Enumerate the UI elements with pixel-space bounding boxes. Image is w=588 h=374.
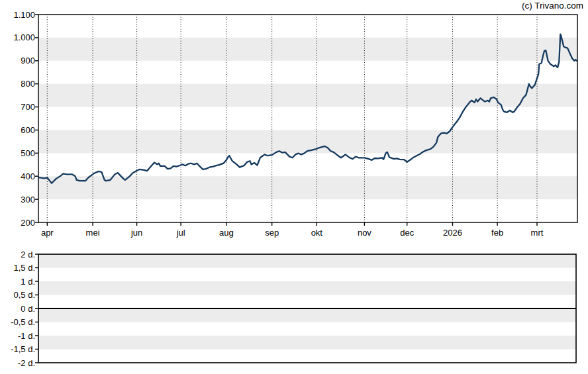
price-x-axis-label: mrt <box>531 228 544 238</box>
price-chart-stripe-band <box>38 84 577 107</box>
price-x-axis-label: apr <box>41 228 54 238</box>
dividend-y-axis-label: 1,5 d. <box>13 263 35 273</box>
price-y-axis-label: 700 <box>21 102 35 112</box>
price-y-axis-label: 900 <box>21 56 35 66</box>
price-x-axis-label: okt <box>311 228 323 238</box>
dividend-chart-stripe-band <box>38 336 576 350</box>
dividend-chart-stripe-band <box>38 254 576 268</box>
price-x-axis-label: jun <box>130 228 142 238</box>
dividend-chart-stripe-band <box>38 308 576 322</box>
price-y-axis-label: 300 <box>21 195 35 205</box>
dividend-y-axis-label: -2 d. <box>18 358 35 368</box>
price-y-axis-label: 500 <box>21 148 35 158</box>
price-x-axis-label: feb <box>491 228 503 238</box>
dividend-y-axis-label: 1 d. <box>21 277 35 287</box>
dividend-y-axis-label: -1,5 d. <box>11 344 35 354</box>
price-y-axis-label: 400 <box>21 171 35 181</box>
charts-canvas: 1.1001.000900800700600500400300200aprmei… <box>0 0 588 374</box>
price-y-axis-label: 1.000 <box>13 32 35 42</box>
price-chart-stripe-band <box>38 130 577 153</box>
price-y-axis-label: 600 <box>21 125 35 135</box>
price-y-axis-label: 800 <box>21 79 35 89</box>
price-x-axis-label: aug <box>219 228 234 238</box>
price-y-axis-label: 1.100 <box>13 10 35 20</box>
price-x-axis-label: sep <box>265 228 279 238</box>
price-chart-stripe-band <box>38 176 577 199</box>
price-y-axis-label: 200 <box>21 218 35 228</box>
price-x-axis-label: dec <box>400 228 414 238</box>
stock-chart-page: (c) Trivano.com 1.1001.00090080070060050… <box>0 0 588 374</box>
price-x-axis-label: jul <box>176 228 185 238</box>
dividend-y-axis-label: 0 d. <box>21 304 35 314</box>
dividend-y-axis-label: -0,5 d. <box>11 317 35 327</box>
price-x-axis-label: 2026 <box>443 228 462 238</box>
price-x-axis-label: mei <box>86 228 100 238</box>
price-chart-stripe-band <box>38 38 577 61</box>
price-x-axis-label: nov <box>358 228 371 238</box>
dividend-y-axis-label: 2 d. <box>21 250 35 259</box>
dividend-chart-stripe-band <box>38 281 576 295</box>
dividend-y-axis-label: -1 d. <box>18 331 35 341</box>
dividend-y-axis-label: 0,5 d. <box>13 290 35 300</box>
